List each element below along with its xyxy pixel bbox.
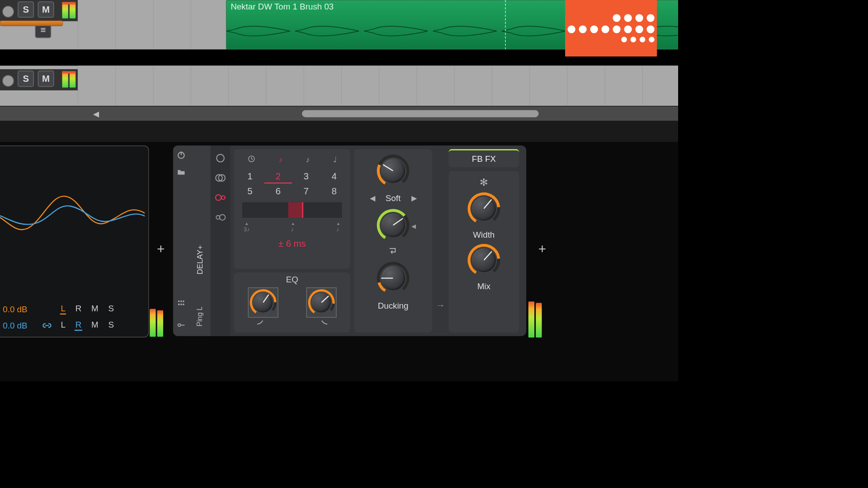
ducking-knob[interactable]	[375, 261, 410, 296]
svg-point-14	[222, 196, 225, 199]
svg-point-16	[220, 215, 225, 220]
chevron-left-icon: ◀	[370, 194, 375, 202]
delay-plus-device: DELAY+ Ping L ♪ ♪ ♩ 12	[173, 145, 526, 336]
right-db[interactable]: 0.0 dB	[3, 320, 34, 330]
width-label: Width	[473, 230, 495, 240]
solo-button[interactable]: S	[18, 70, 34, 87]
mix-knob[interactable]	[466, 243, 501, 278]
mute-button[interactable]: M	[38, 70, 54, 87]
beat-division-grid[interactable]: 12 34 56 78	[236, 171, 348, 197]
track-lane-2[interactable]	[78, 66, 678, 105]
offset-slider[interactable]	[242, 202, 342, 218]
mix-label: Mix	[477, 282, 491, 291]
remote-controls-icon[interactable]	[177, 299, 186, 308]
modulator-handle-icon[interactable]: ◀	[411, 223, 415, 230]
svg-point-5	[178, 304, 180, 305]
width-knob[interactable]	[466, 191, 501, 226]
pin-icon[interactable]	[177, 320, 186, 329]
eq-low-knob[interactable]	[248, 287, 278, 318]
eq-high-knob[interactable]	[306, 287, 336, 318]
svg-point-7	[183, 304, 184, 305]
left-lrms-selector[interactable]: L R M S	[60, 304, 115, 314]
svg-point-3	[180, 300, 182, 302]
panel-divider	[0, 121, 678, 142]
svg-point-8	[178, 324, 181, 327]
clip-name: Nektar DW Tom 1 Brush 03	[231, 2, 334, 12]
link-icon[interactable]	[42, 321, 52, 330]
mode-pingpong-rl-icon[interactable]	[215, 212, 226, 223]
chevron-right-icon: ▶	[411, 194, 417, 202]
add-device-button[interactable]: +	[157, 241, 165, 257]
scrollbar-thumb[interactable]	[302, 110, 538, 117]
device-preset-name[interactable]: Ping L	[196, 306, 204, 326]
track-header-1: S M ≡	[0, 0, 78, 21]
time-section: ♪ ♪ ♩ 12 34 56 78 3♪♪♪ ± 6 ms	[234, 149, 350, 269]
lowcut-icon	[255, 319, 270, 328]
feedback-loop-icon	[388, 247, 398, 256]
freeze-icon[interactable]: ✻	[480, 177, 488, 188]
scroll-left-icon[interactable]: ◀	[93, 109, 99, 118]
sync-mode-row[interactable]: ♪ ♪ ♩	[236, 153, 348, 168]
character-knob[interactable]	[375, 153, 410, 188]
timeline-scrollbar[interactable]: ◀	[0, 106, 678, 122]
mute-button[interactable]: M	[38, 1, 54, 18]
power-button[interactable]	[177, 150, 186, 160]
note-eighth-icon[interactable]: ♪	[306, 155, 310, 164]
arranger-timeline: Nektar DW Tom 1 Brush 03	[0, 0, 678, 106]
note-quarter-icon[interactable]: ♩	[333, 155, 337, 164]
note-dotted-eighth-icon[interactable]: ♪	[278, 155, 283, 164]
signal-flow-arrow-icon: →	[436, 300, 445, 310]
ducking-label: Ducking	[378, 301, 409, 311]
mode-mono-icon[interactable]	[215, 153, 226, 164]
mode-stereo-icon[interactable]	[215, 172, 226, 183]
device-rail	[173, 145, 189, 336]
offset-readout[interactable]: ± 6 ms	[236, 238, 348, 249]
track-meter	[62, 2, 76, 19]
svg-point-2	[178, 300, 180, 302]
delay-mode-column	[211, 145, 231, 336]
svg-point-6	[180, 304, 182, 305]
record-arm-button[interactable]	[2, 75, 14, 87]
right-lrms-selector[interactable]: L R M S	[60, 320, 115, 331]
add-device-button[interactable]: +	[538, 241, 546, 257]
svg-point-13	[216, 195, 221, 200]
bitwig-logo	[565, 0, 657, 56]
character-stepper[interactable]: ◀Soft▶	[370, 193, 417, 203]
eq-title: EQ	[234, 275, 350, 285]
solo-button[interactable]: S	[18, 1, 34, 18]
feedback-knob[interactable]	[375, 207, 410, 243]
svg-point-4	[183, 300, 184, 302]
channel-right-row: 0.0 dB L R M S	[3, 320, 114, 331]
channel-left-row: 0.0 dB L R M S	[3, 304, 114, 314]
fbfx-header[interactable]: FB FX	[448, 149, 519, 168]
mode-pingpong-lr-icon[interactable]	[215, 192, 226, 203]
svg-point-10	[217, 155, 224, 162]
clock-icon[interactable]	[248, 155, 255, 165]
eq-section: EQ	[234, 272, 350, 333]
device-title-column: DELAY+ Ping L	[189, 145, 211, 336]
record-arm-button[interactable]	[2, 6, 14, 18]
track-header-2: S M	[0, 69, 78, 90]
track-meter	[62, 71, 76, 88]
feedback-section: ◀Soft▶ ◀ Ducking	[354, 149, 432, 333]
device-title: DELAY+	[195, 245, 204, 274]
fbfx-section: FB FX ✻ Width Mix	[448, 149, 519, 333]
analyser-output-meter	[150, 308, 163, 337]
oscilloscope-device: 0.0 dB L R M S 0.0 dB L R M S	[0, 145, 149, 338]
scope-display	[0, 154, 145, 271]
folder-icon[interactable]	[177, 167, 186, 176]
device-output-meter	[528, 301, 542, 338]
playhead[interactable]	[505, 0, 506, 49]
device-panel: 0.0 dB L R M S 0.0 dB L R M S	[0, 142, 678, 381]
track-color-strip	[0, 20, 63, 26]
left-db[interactable]: 0.0 dB	[3, 304, 34, 314]
offset-markers: 3♪♪♪	[244, 221, 340, 233]
character-label: Soft	[386, 193, 401, 203]
highcut-icon	[314, 319, 329, 328]
